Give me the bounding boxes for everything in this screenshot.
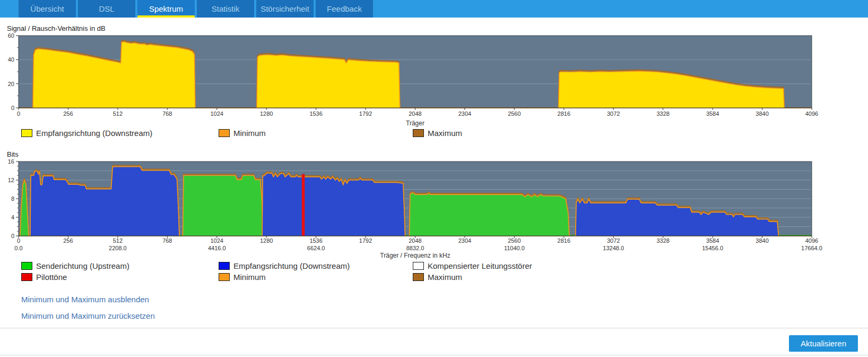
dsl-spectrum-page: { "tabs": { "items": [ {"label": "Übersi… <box>0 0 868 357</box>
svg-text:0.0: 0.0 <box>14 245 22 251</box>
hide-minmax-link[interactable]: Minimum und Maximum ausblenden <box>21 295 149 304</box>
legend-label: Senderichtung (Upstream) <box>36 261 129 270</box>
svg-text:0: 0 <box>11 105 14 111</box>
svg-text:512: 512 <box>113 237 123 244</box>
legend-swatch-maximum <box>413 129 424 137</box>
svg-text:4096: 4096 <box>805 237 818 244</box>
legend-label: Maximum <box>428 129 462 138</box>
svg-text:4: 4 <box>11 214 14 220</box>
svg-text:8: 8 <box>11 196 14 202</box>
legend-item-minimum: Minimum <box>219 271 413 282</box>
legend-label: Pilottöne <box>36 273 67 282</box>
svg-text:3840: 3840 <box>756 110 768 117</box>
svg-text:512: 512 <box>113 110 123 117</box>
legend-item-empfangsrichtung-downstream: Empfangsrichtung (Downstream) <box>21 128 219 138</box>
svg-text:11040.0: 11040.0 <box>504 245 525 251</box>
refresh-button[interactable]: Aktualisieren <box>789 335 858 352</box>
svg-text:1280: 1280 <box>260 110 273 117</box>
svg-text:1024: 1024 <box>211 237 223 244</box>
tab-dsl[interactable]: DSL <box>78 0 135 18</box>
legend-swatch-maximum <box>413 273 424 281</box>
svg-text:60: 60 <box>8 32 14 39</box>
svg-text:2208.0: 2208.0 <box>109 245 127 251</box>
svg-text:2560: 2560 <box>508 110 520 117</box>
svg-text:1280: 1280 <box>260 237 273 244</box>
legend-label: Kompensierter Leitungsstörer <box>428 261 532 270</box>
legend-label: Empfangsrichtung (Downstream) <box>36 129 152 138</box>
svg-text:3584: 3584 <box>706 110 719 117</box>
svg-text:2560: 2560 <box>508 237 520 244</box>
svg-text:3328: 3328 <box>656 237 669 244</box>
svg-text:0: 0 <box>17 237 20 244</box>
legend-label: Empfangsrichtung (Downstream) <box>233 261 350 270</box>
tab-statistik[interactable]: Statistik <box>197 0 254 18</box>
svg-text:4416.0: 4416.0 <box>208 245 226 251</box>
svg-text:3840: 3840 <box>756 237 768 244</box>
legend-label: Minimum <box>233 273 266 282</box>
x-axis-title: Träger <box>406 120 424 127</box>
legend-item-maximum: Maximum <box>413 128 868 138</box>
bits-chart: 0256512768102412801536179220482304256028… <box>0 157 868 259</box>
svg-text:6624.0: 6624.0 <box>307 245 325 251</box>
svg-text:8832.0: 8832.0 <box>406 245 424 251</box>
x-axis-title: Träger / Frequenz in kHz <box>380 252 450 259</box>
footer-separator <box>0 328 868 328</box>
page-bottom-border <box>0 355 868 355</box>
svg-text:1536: 1536 <box>309 110 322 117</box>
tab-übersicht[interactable]: Übersicht <box>19 0 76 18</box>
svg-text:1792: 1792 <box>359 237 372 244</box>
svg-text:0: 0 <box>11 233 14 239</box>
legend-label: Minimum <box>233 129 266 138</box>
svg-text:3584: 3584 <box>706 237 719 244</box>
svg-text:40: 40 <box>8 56 14 63</box>
snr-chart-title: Signal / Rausch-Verhältnis in dB <box>7 24 106 32</box>
svg-text:2816: 2816 <box>558 110 570 117</box>
legend-swatch-minimum <box>219 129 230 137</box>
legend-item-senderichtung-upstream: Senderichtung (Upstream) <box>21 260 219 271</box>
legend-item-kompensierter-leitungsstörer: Kompensierter Leitungsstörer <box>413 260 868 271</box>
svg-text:2304: 2304 <box>458 110 471 117</box>
tab-bar: ÜbersichtDSLSpektrumStatistikStörsicherh… <box>0 0 868 18</box>
legend-item-pilottöne: Pilottöne <box>21 271 219 282</box>
svg-text:1536: 1536 <box>309 237 322 244</box>
legend-item-maximum: Maximum <box>413 271 868 282</box>
svg-text:2048: 2048 <box>409 237 421 244</box>
legend-swatch-kompensierter-leitungsstörer <box>413 262 424 270</box>
svg-text:3328: 3328 <box>656 110 669 117</box>
legend-item-empfangsrichtung-downstream: Empfangsrichtung (Downstream) <box>219 260 413 271</box>
legend-swatch-empfangsrichtung-downstream <box>219 262 230 270</box>
tab-spektrum[interactable]: Spektrum <box>137 0 195 18</box>
svg-text:16: 16 <box>8 158 14 165</box>
reset-minmax-link[interactable]: Minimum und Maximum zurücksetzen <box>21 311 155 320</box>
svg-text:2816: 2816 <box>558 237 570 244</box>
legend-label: Maximum <box>428 273 462 282</box>
bits-chart-legend-row1: Senderichtung (Upstream)Empfangsrichtung… <box>0 260 868 271</box>
svg-text:3072: 3072 <box>607 237 620 244</box>
legend-swatch-pilottöne <box>21 273 32 281</box>
svg-text:15456.0: 15456.0 <box>702 245 723 251</box>
svg-text:768: 768 <box>162 110 172 117</box>
snr-chart-legend: Empfangsrichtung (Downstream)MinimumMaxi… <box>0 128 868 138</box>
svg-text:3072: 3072 <box>607 110 620 117</box>
svg-text:256: 256 <box>63 237 73 244</box>
pilot-tone-marker <box>302 174 305 236</box>
tab-störsicherheit[interactable]: Störsicherheit <box>256 0 314 18</box>
svg-text:768: 768 <box>162 237 172 244</box>
legend-swatch-senderichtung-upstream <box>21 262 32 270</box>
bits-chart-legend-row2: PilottöneMinimumMaximum <box>0 271 868 282</box>
legend-swatch-empfangsrichtung-downstream <box>21 129 32 137</box>
svg-text:256: 256 <box>63 110 73 117</box>
svg-text:1024: 1024 <box>211 110 223 117</box>
svg-text:2048: 2048 <box>409 110 421 117</box>
svg-text:1792: 1792 <box>359 110 372 117</box>
svg-text:20: 20 <box>8 81 14 87</box>
svg-text:13248.0: 13248.0 <box>603 245 624 251</box>
svg-text:2304: 2304 <box>458 237 471 244</box>
svg-text:4096: 4096 <box>805 110 818 117</box>
tab-feedback[interactable]: Feedback <box>316 0 373 18</box>
legend-swatch-minimum <box>219 273 230 281</box>
svg-text:0: 0 <box>17 110 20 117</box>
svg-text:17664.0: 17664.0 <box>801 245 822 251</box>
legend-item-minimum: Minimum <box>219 128 413 138</box>
svg-text:12: 12 <box>8 177 14 183</box>
